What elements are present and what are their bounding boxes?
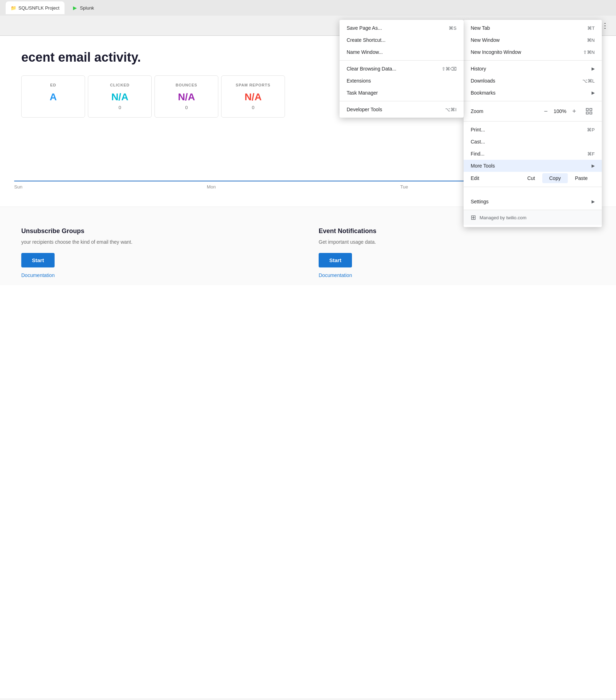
submenu-name-window-label: Name Window...: [347, 49, 383, 55]
stat-card-bounces: BOUNCES N/A 0: [155, 75, 218, 118]
menu-edit-row: Edit Cut Copy Paste: [464, 172, 602, 185]
tab-sql-snflk[interactable]: 📁 SQL/SNFLK Project: [6, 1, 65, 14]
menu-item-bookmarks[interactable]: Bookmarks ▶: [464, 87, 602, 99]
menu-incognito-label: New Incognito Window: [471, 49, 521, 55]
menu-find-shortcut: ⌘F: [587, 151, 595, 157]
svg-rect-3: [590, 112, 592, 114]
submenu-divider-2: [340, 101, 464, 101]
menu-new-window-label: New Window: [471, 37, 500, 43]
unsubscribe-title: Unsubscribe Groups: [21, 227, 297, 235]
bottom-card-events: Event Notifications Get important usage …: [319, 227, 595, 278]
menu-divider-3: [464, 121, 602, 122]
menu-paste-button[interactable]: Paste: [568, 173, 595, 183]
stat-value-clicked: N/A: [99, 91, 141, 103]
stat-value-ed: A: [32, 91, 74, 103]
submenu-clear-label: Clear Browsing Data...: [347, 66, 396, 72]
submenu-item-shortcut[interactable]: Create Shortcut...: [340, 34, 464, 46]
submenu-save-label: Save Page As...: [347, 25, 382, 31]
chrome-main-menu: New Tab ⌘T New Window ⌘N New Incognito W…: [464, 20, 602, 227]
menu-zoom-label: Zoom: [471, 108, 539, 114]
submenu-item-extensions[interactable]: Extensions: [340, 75, 464, 87]
tab-folder-icon: 📁: [11, 5, 16, 11]
chart-label-mon: Mon: [207, 184, 216, 190]
bottom-card-unsubscribe: Unsubscribe Groups your recipients choos…: [21, 227, 297, 278]
menu-history-label: History: [471, 66, 486, 72]
submenu-shortcut-label: Create Shortcut...: [347, 37, 386, 43]
stat-value-bounces: N/A: [166, 91, 207, 103]
menu-bookmarks-arrow: ▶: [592, 90, 595, 95]
menu-divider-1: [464, 60, 602, 61]
menu-item-incognito[interactable]: New Incognito Window ⇧⌘N: [464, 46, 602, 58]
managed-text: Managed by twilio.com: [480, 215, 526, 220]
stat-count-bounces: 0: [166, 105, 207, 110]
stat-value-spam: N/A: [232, 91, 274, 103]
submenu-task-manager-label: Task Manager: [347, 90, 378, 96]
menu-item-help[interactable]: Settings ▶: [464, 196, 602, 208]
tab-label-splunk: Splunk: [80, 5, 94, 11]
menu-managed-row: ⊞ Managed by twilio.com: [464, 210, 602, 225]
menu-new-tab-label: New Tab: [471, 25, 490, 31]
menu-find-label: Find...: [471, 151, 485, 157]
menu-more-tools-label: More Tools: [471, 163, 495, 169]
zoom-value-display: 100%: [552, 108, 568, 114]
stat-card-clicked: CLICKED N/A 0: [88, 75, 152, 118]
events-description: Get important usage data.: [319, 238, 595, 246]
menu-copy-button[interactable]: Copy: [542, 173, 568, 183]
events-title: Event Notifications: [319, 227, 595, 235]
svg-rect-2: [586, 112, 588, 114]
menu-incognito-shortcut: ⇧⌘N: [583, 50, 595, 55]
stat-label-clicked: CLICKED: [99, 83, 141, 87]
submenu-item-save[interactable]: Save Page As... ⌘S: [340, 22, 464, 34]
stat-label-bounces: BOUNCES: [166, 83, 207, 87]
stat-count-spam: 0: [232, 105, 274, 110]
menu-item-new-window[interactable]: New Window ⌘N: [464, 34, 602, 46]
menu-new-window-shortcut: ⌘N: [587, 38, 595, 43]
zoom-fullscreen-button[interactable]: [583, 106, 595, 117]
zoom-decrease-button[interactable]: −: [539, 106, 552, 117]
chart-label-sun: Sun: [14, 184, 22, 190]
menu-item-cast[interactable]: Cast...: [464, 136, 602, 148]
menu-more-tools-arrow: ▶: [592, 163, 595, 168]
menu-cast-label: Cast...: [471, 139, 485, 145]
menu-cut-button[interactable]: Cut: [520, 173, 542, 183]
menu-new-tab-shortcut: ⌘T: [587, 26, 595, 31]
events-start-button[interactable]: Start: [319, 253, 352, 267]
zoom-controls: − 100% +: [539, 106, 581, 117]
menu-divider-4: [464, 187, 602, 187]
submenu-item-clear[interactable]: Clear Browsing Data... ⇧⌘⌫: [340, 63, 464, 75]
tab-bar: 📁 SQL/SNFLK Project ▶ Splunk: [0, 0, 616, 16]
submenu-item-task-manager[interactable]: Task Manager: [340, 87, 464, 99]
menu-item-settings[interactable]: [464, 189, 602, 196]
submenu-item-name-window[interactable]: Name Window...: [340, 46, 464, 58]
zoom-increase-button[interactable]: +: [568, 106, 581, 117]
tab-label-sql: SQL/SNFLK Project: [18, 5, 60, 11]
menu-downloads-shortcut: ⌥⌘L: [582, 78, 595, 84]
managed-icon: ⊞: [471, 214, 476, 221]
stat-count-clicked: 0: [99, 105, 141, 110]
menu-item-print[interactable]: Print... ⌘P: [464, 124, 602, 136]
submenu-save-shortcut: ⌘S: [449, 26, 457, 31]
chart-label-tue: Tue: [400, 184, 408, 190]
menu-item-downloads[interactable]: Downloads ⌥⌘L: [464, 75, 602, 87]
more-tools-submenu: Save Page As... ⌘S Create Shortcut... Na…: [340, 20, 464, 118]
menu-item-new-tab[interactable]: New Tab ⌘T: [464, 22, 602, 34]
menu-item-find[interactable]: Find... ⌘F: [464, 148, 602, 160]
submenu-devtools-label: Developer Tools: [347, 107, 382, 112]
bottom-cards: Unsubscribe Groups your recipients choos…: [14, 227, 602, 278]
unsubscribe-start-button[interactable]: Start: [21, 253, 55, 267]
submenu-item-devtools[interactable]: Developer Tools ⌥⌘I: [340, 103, 464, 115]
unsubscribe-doc-link[interactable]: Documentation: [21, 272, 297, 278]
menu-item-more-tools[interactable]: More Tools ▶: [464, 160, 602, 172]
menu-help-arrow: ▶: [592, 199, 595, 204]
menu-history-arrow: ▶: [592, 66, 595, 71]
menu-item-history[interactable]: History ▶: [464, 63, 602, 75]
menu-help-label: Settings: [471, 199, 489, 204]
svg-rect-0: [586, 108, 588, 111]
tab-splunk[interactable]: ▶ Splunk: [67, 1, 99, 14]
events-doc-link[interactable]: Documentation: [319, 272, 595, 278]
menu-zoom-row: Zoom − 100% +: [464, 103, 602, 119]
tab-splunk-icon: ▶: [72, 5, 78, 11]
submenu-divider-1: [340, 60, 464, 61]
submenu-clear-shortcut: ⇧⌘⌫: [442, 66, 457, 72]
unsubscribe-description: your recipients choose the kind of email…: [21, 238, 297, 246]
